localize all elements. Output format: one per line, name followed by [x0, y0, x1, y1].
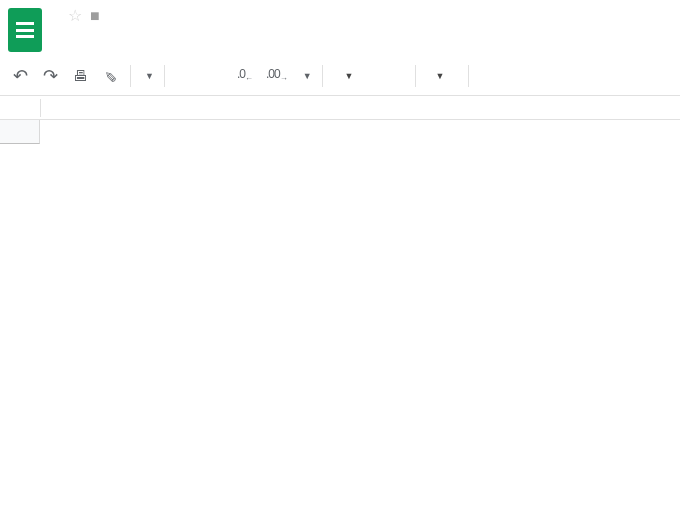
- bold-button[interactable]: [475, 62, 503, 90]
- document-title[interactable]: [52, 14, 60, 18]
- column-headers: [40, 120, 680, 144]
- menu-data[interactable]: [142, 29, 154, 37]
- separator: [130, 65, 131, 87]
- paint-format-icon: [104, 67, 117, 85]
- select-all-corner[interactable]: [0, 120, 40, 144]
- undo-button[interactable]: [6, 62, 34, 90]
- menu-file[interactable]: [52, 29, 64, 37]
- currency-button[interactable]: [171, 62, 199, 90]
- font-select[interactable]: ▼: [329, 71, 409, 81]
- toolbar: ▼ .0← .00→ ▼ ▼ ▼: [0, 56, 680, 96]
- chevron-down-icon: ▼: [436, 71, 445, 81]
- menu-addons[interactable]: [178, 29, 190, 37]
- chevron-down-icon: ▼: [345, 71, 354, 81]
- percent-button[interactable]: [201, 62, 229, 90]
- separator: [468, 65, 469, 87]
- separator: [40, 99, 41, 117]
- menu-tools[interactable]: [160, 29, 172, 37]
- increase-decimal-icon: .00→: [266, 67, 287, 83]
- menu-bar: [52, 25, 208, 37]
- strikethrough-button[interactable]: [535, 62, 563, 90]
- decrease-decimal-icon: .0←: [237, 67, 252, 83]
- print-button[interactable]: [66, 62, 94, 90]
- redo-icon: [43, 65, 58, 87]
- formula-bar: [0, 96, 680, 120]
- chevron-down-icon: ▼: [303, 71, 312, 81]
- font-size-select[interactable]: ▼: [422, 71, 462, 81]
- menu-insert[interactable]: [106, 29, 118, 37]
- redo-button[interactable]: [36, 62, 64, 90]
- separator: [415, 65, 416, 87]
- paint-format-button[interactable]: [96, 62, 124, 90]
- menu-help[interactable]: [196, 29, 208, 37]
- separator: [164, 65, 165, 87]
- zoom-select[interactable]: ▼: [137, 71, 158, 81]
- decrease-decimal-button[interactable]: .0←: [231, 62, 258, 90]
- menu-format[interactable]: [124, 29, 136, 37]
- app-logo[interactable]: [8, 6, 42, 52]
- menu-edit[interactable]: [70, 29, 82, 37]
- increase-decimal-button[interactable]: .00→: [260, 62, 293, 90]
- spreadsheet-grid: [0, 120, 680, 500]
- folder-icon[interactable]: ■: [90, 7, 100, 25]
- chevron-down-icon: ▼: [145, 71, 154, 81]
- menu-view[interactable]: [88, 29, 100, 37]
- print-icon: [73, 67, 88, 84]
- undo-icon: [13, 65, 28, 87]
- separator: [322, 65, 323, 87]
- star-icon[interactable]: ☆: [68, 6, 82, 25]
- more-formats-button[interactable]: ▼: [295, 71, 316, 81]
- app-header: ☆ ■: [0, 0, 680, 52]
- text-color-button[interactable]: [565, 62, 593, 90]
- italic-button[interactable]: [505, 62, 533, 90]
